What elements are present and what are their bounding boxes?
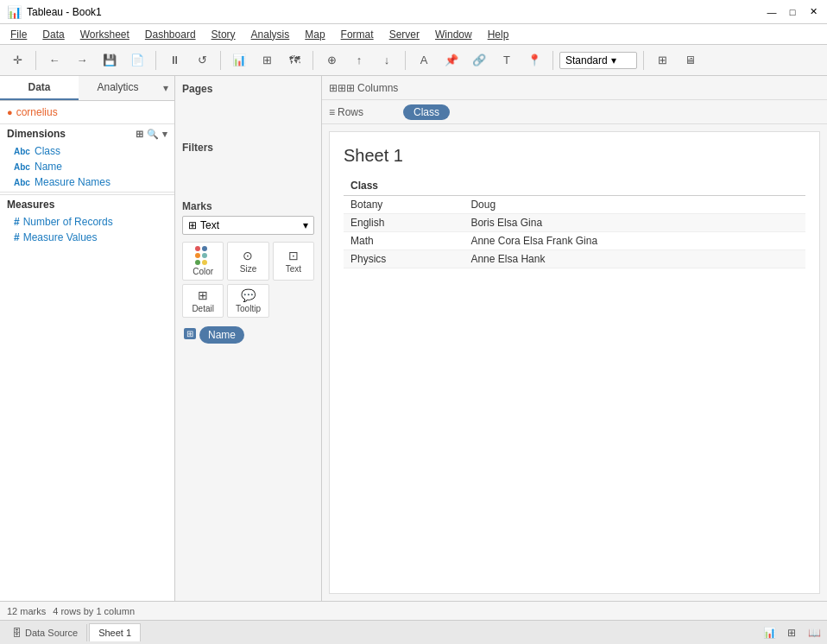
measure-number-of-records[interactable]: # Number of Records: [0, 214, 174, 230]
rows-label: ≡ Rows: [329, 106, 398, 118]
sheet1-tab-label: Sheet 1: [98, 628, 131, 638]
toolbar-compass-icon[interactable]: ✛: [5, 48, 29, 73]
standard-dropdown[interactable]: Standard ▾: [559, 52, 637, 69]
menu-help[interactable]: Help: [481, 27, 516, 42]
toolbar-grid-button[interactable]: ⊞: [650, 48, 674, 73]
name-field-pill[interactable]: Name: [199, 326, 244, 344]
toolbar-sep-6: [552, 51, 553, 70]
table-header-class: Class: [344, 176, 464, 196]
class-cell: English: [344, 214, 464, 232]
marks-type-label: Text: [200, 219, 219, 231]
toolbar-label-button[interactable]: A: [412, 48, 436, 73]
menu-window[interactable]: Window: [428, 27, 479, 42]
new-story-button[interactable]: 📖: [805, 623, 824, 642]
menu-data[interactable]: Data: [35, 27, 71, 42]
size-label: Size: [240, 264, 256, 274]
names-cell: Doug: [464, 196, 805, 214]
new-dashboard-button[interactable]: ⊞: [782, 623, 801, 642]
bottom-bar: 🗄 Data Source Sheet 1 📊 ⊞ 📖: [0, 620, 827, 644]
tab-data[interactable]: Data: [0, 76, 79, 100]
rows-field-pill[interactable]: Class: [403, 104, 450, 120]
toolbar-save-button[interactable]: 💾: [98, 48, 122, 73]
marks-dropdown-arrow: ▾: [303, 219, 308, 231]
toolbar-sep-7: [643, 51, 644, 70]
filters-section: Filters: [182, 142, 314, 193]
panel-tab-arrow[interactable]: ▾: [157, 76, 174, 100]
new-sheet-button[interactable]: 📊: [760, 623, 779, 642]
toolbar-map-button[interactable]: 🗺: [282, 48, 306, 73]
toolbar-sep-1: [35, 51, 36, 70]
dimensions-more-icon[interactable]: ▾: [162, 129, 167, 140]
columns-icon: ⊞⊞⊞: [329, 82, 355, 94]
filters-label: Filters: [182, 142, 314, 154]
color-dots-icon: [195, 246, 211, 265]
toolbar-device-button[interactable]: 🖥: [678, 48, 702, 73]
dimension-measure-names[interactable]: Abc Measure Names: [0, 174, 174, 190]
minimize-button[interactable]: —: [765, 5, 779, 19]
close-button[interactable]: ✕: [806, 5, 820, 19]
toolbar-sort-desc-button[interactable]: ↓: [375, 48, 399, 73]
panel-tabs: Data Analytics ▾: [0, 76, 174, 101]
menu-analysis[interactable]: Analysis: [244, 27, 297, 42]
marks-type-dropdown[interactable]: ⊞ Text ▾: [182, 216, 314, 235]
measure-number-label: Number of Records: [23, 216, 113, 228]
dropdown-arrow-icon: ▾: [611, 54, 616, 66]
app-icon: 📊: [7, 5, 22, 19]
tooltip-label: Tooltip: [236, 304, 261, 313]
hash-badge-2: #: [14, 231, 20, 243]
dimension-class-label: Class: [35, 145, 60, 157]
toolbar-forward-button[interactable]: →: [70, 48, 94, 73]
hash-badge-1: #: [14, 216, 20, 228]
marks-text-button[interactable]: ⊡ Text: [273, 242, 314, 281]
toolbar-new-button[interactable]: 📄: [125, 48, 149, 73]
dimensions-grid-icon[interactable]: ⊞: [136, 129, 143, 140]
menu-bar: File Data Worksheet Dashboard Story Anal…: [0, 24, 827, 45]
menu-worksheet[interactable]: Worksheet: [73, 27, 136, 42]
dimensions-header: Dimensions ⊞ 🔍 ▾: [0, 123, 174, 143]
pages-section: Pages: [182, 83, 314, 135]
dimension-class[interactable]: Abc Class: [0, 143, 174, 159]
menu-format[interactable]: Format: [334, 27, 381, 42]
tab-analytics[interactable]: Analytics: [79, 76, 157, 100]
dimension-name[interactable]: Abc Name: [0, 159, 174, 174]
toolbar-text-button[interactable]: T: [495, 48, 519, 73]
data-source-name[interactable]: ● cornelius: [0, 101, 174, 123]
toolbar-sort-asc-button[interactable]: ↑: [347, 48, 371, 73]
toolbar-pause-button[interactable]: ⏸: [162, 48, 186, 73]
data-source-tab-label: Data Source: [25, 628, 78, 638]
menu-dashboard[interactable]: Dashboard: [138, 27, 203, 42]
title-bar-left: 📊 Tableau - Book1: [7, 5, 102, 19]
toolbar-pin2-button[interactable]: 🔗: [467, 48, 491, 73]
marks-grid: Color ⊙ Size ⊡ Text ⊞ Detail 💬 Tooltip: [182, 242, 314, 318]
data-source-tab[interactable]: 🗄 Data Source: [3, 624, 87, 641]
marks-count: 12 marks: [7, 606, 46, 616]
menu-server[interactable]: Server: [382, 27, 426, 42]
marks-tooltip-button[interactable]: 💬 Tooltip: [227, 284, 268, 318]
measure-measure-values[interactable]: # Measure Values: [0, 230, 174, 245]
toolbar-back-button[interactable]: ←: [42, 48, 66, 73]
sheet1-tab[interactable]: Sheet 1: [89, 623, 141, 641]
color-label: Color: [193, 267, 213, 276]
dimensions-search-icon[interactable]: 🔍: [147, 129, 159, 140]
menu-map[interactable]: Map: [298, 27, 331, 42]
toolbar-pin-button[interactable]: 📌: [439, 48, 464, 73]
marks-detail-button[interactable]: ⊞ Detail: [182, 284, 224, 318]
toolbar-group-button[interactable]: ⊕: [319, 48, 344, 73]
marks-color-button[interactable]: Color: [182, 242, 224, 281]
toolbar-chart-button[interactable]: 📊: [227, 48, 251, 73]
names-cell: Anne Cora Elsa Frank Gina: [464, 232, 805, 250]
view-area: Sheet 1 Class BotanyDougEnglishBoris Els…: [329, 131, 820, 594]
measures-label: Measures: [7, 199, 54, 211]
toolbar-thumbtack-button[interactable]: 📍: [522, 48, 546, 73]
detail-label: Detail: [192, 304, 214, 313]
marks-size-button[interactable]: ⊙ Size: [227, 242, 268, 281]
toolbar-undo-button[interactable]: ↺: [190, 48, 214, 73]
maximize-button[interactable]: □: [786, 5, 799, 19]
menu-file[interactable]: File: [3, 27, 34, 42]
menu-story[interactable]: Story: [205, 27, 243, 42]
separator: [0, 192, 174, 193]
toolbar-table-button[interactable]: ⊞: [255, 48, 279, 73]
pages-label: Pages: [182, 83, 314, 95]
status-bar: 12 marks 4 rows by 1 column: [0, 601, 827, 620]
data-table: Class BotanyDougEnglishBoris Elsa GinaMa…: [344, 176, 805, 268]
